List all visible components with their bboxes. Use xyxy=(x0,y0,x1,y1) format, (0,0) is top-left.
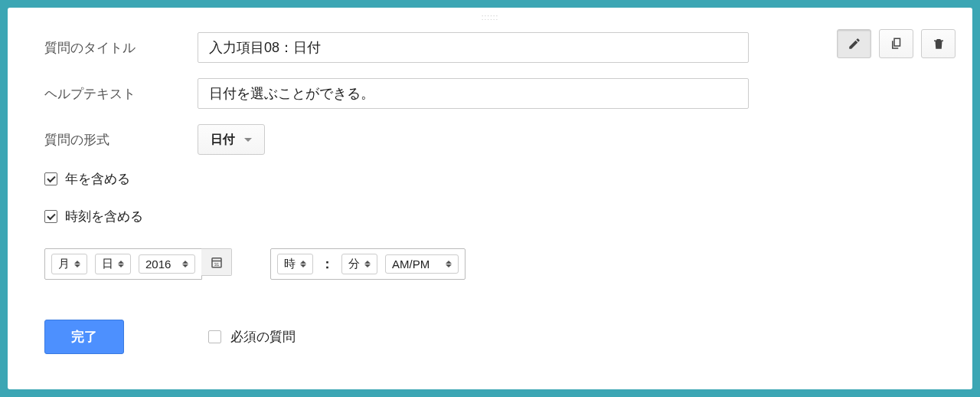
drag-handle-icon[interactable]: :::::: xyxy=(8,8,972,25)
required-checkbox[interactable] xyxy=(208,330,221,343)
required-option: 必須の質問 xyxy=(208,328,296,346)
help-label: ヘルプテキスト xyxy=(44,85,198,103)
edit-button[interactable] xyxy=(837,29,871,58)
time-separator: ： xyxy=(321,255,334,273)
minute-stepper[interactable]: 分 xyxy=(341,254,377,274)
date-time-preview: 月 日 2016 31 xyxy=(44,248,936,280)
question-editor-panel: :::::: 質問のタイトル ヘルプテキスト 質問の形式 日付 xyxy=(8,8,972,389)
type-label: 質問の形式 xyxy=(44,131,198,149)
year-label: 2016 xyxy=(145,258,171,271)
include-time-row: 時刻を含める xyxy=(44,208,936,225)
day-label: 日 xyxy=(102,257,113,271)
include-year-label: 年を含める xyxy=(65,170,130,188)
trash-icon xyxy=(932,37,946,51)
calendar-icon: 31 xyxy=(210,255,224,269)
title-row: 質問のタイトル xyxy=(44,32,936,63)
hour-label: 時 xyxy=(284,257,296,271)
duplicate-button[interactable] xyxy=(879,29,913,58)
include-time-label: 時刻を含める xyxy=(65,208,143,225)
year-stepper[interactable]: 2016 xyxy=(139,254,195,274)
delete-button[interactable] xyxy=(921,29,956,58)
footer-row: 完了 必須の質問 xyxy=(44,320,936,354)
title-input[interactable] xyxy=(198,32,749,63)
stepper-arrows-icon xyxy=(118,261,124,267)
stepper-arrows-icon xyxy=(364,261,371,267)
title-label: 質問のタイトル xyxy=(44,39,198,57)
month-label: 月 xyxy=(58,257,70,271)
day-stepper[interactable]: 日 xyxy=(95,254,131,274)
hour-stepper[interactable]: 時 xyxy=(277,254,313,274)
ampm-label: AM/PM xyxy=(392,258,430,271)
copy-icon xyxy=(890,37,903,51)
month-stepper[interactable]: 月 xyxy=(51,254,87,274)
form-content: 質問のタイトル ヘルプテキスト 質問の形式 日付 年を含める 時刻を含める xyxy=(8,25,972,354)
include-year-checkbox[interactable] xyxy=(44,172,57,185)
include-time-checkbox[interactable] xyxy=(44,210,57,223)
question-type-select[interactable]: 日付 xyxy=(198,124,265,155)
svg-text:31: 31 xyxy=(214,262,219,267)
type-row: 質問の形式 日付 xyxy=(44,124,936,155)
question-type-value: 日付 xyxy=(211,132,235,148)
ampm-stepper[interactable]: AM/PM xyxy=(385,254,459,274)
help-input[interactable] xyxy=(198,78,749,109)
date-picker-group: 月 日 2016 31 xyxy=(44,248,232,280)
question-toolbar xyxy=(837,29,956,58)
help-row: ヘルプテキスト xyxy=(44,78,936,109)
pencil-icon xyxy=(848,37,861,51)
chevron-down-icon xyxy=(244,138,252,142)
stepper-arrows-icon xyxy=(74,261,80,267)
stepper-arrows-icon xyxy=(300,261,306,267)
stepper-arrows-icon xyxy=(182,261,188,267)
include-year-row: 年を含める xyxy=(44,170,936,188)
done-button[interactable]: 完了 xyxy=(44,320,124,354)
minute-label: 分 xyxy=(348,257,360,271)
time-picker-group: 時 ： 分 AM/PM xyxy=(270,248,466,280)
stepper-arrows-icon xyxy=(446,261,452,267)
calendar-button[interactable]: 31 xyxy=(201,248,232,276)
required-label: 必須の質問 xyxy=(230,328,296,346)
